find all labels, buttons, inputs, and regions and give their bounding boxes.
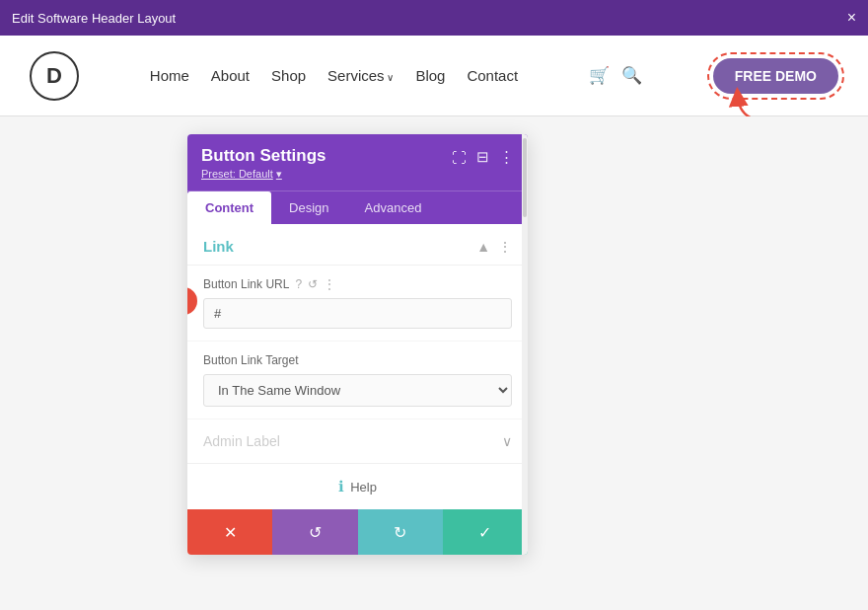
nav-item-services[interactable]: Services (327, 67, 394, 85)
target-label: Button Link Target (203, 353, 299, 367)
target-select[interactable]: In The Same Window In A New Tab (203, 374, 512, 407)
help-circle-icon: ℹ (338, 478, 344, 496)
admin-label-chevron[interactable]: ∨ (502, 433, 512, 449)
url-reset-icon[interactable]: ↺ (308, 277, 318, 291)
settings-panel: Button Settings Preset: Default ▾ ⛶ ⊟ ⋮ … (187, 134, 528, 555)
redo-button[interactable]: ↻ (358, 509, 443, 555)
panel-body: Link ▲ ⋮ 1 Button Link URL ? ↺ ⋮ (187, 224, 528, 509)
section-controls: ▲ ⋮ (476, 239, 512, 255)
link-section-header: Link ▲ ⋮ (187, 224, 528, 266)
panel-preset: Preset: Default ▾ (201, 168, 326, 181)
header-preview: D Home About Shop Services Blog Contact … (0, 36, 868, 116)
url-help-icon[interactable]: ? (295, 277, 302, 291)
nav-item-blog[interactable]: Blog (415, 67, 445, 85)
scroll-bar[interactable] (522, 134, 528, 555)
tab-advanced[interactable]: Advanced (347, 191, 440, 224)
panel-title-group: Button Settings Preset: Default ▾ (201, 146, 326, 181)
panel-header-icons: ⛶ ⊟ ⋮ (452, 148, 514, 166)
expand-icon[interactable]: ⛶ (452, 149, 467, 166)
nav-menu: Home About Shop Services Blog Contact (150, 67, 518, 85)
url-label-row: Button Link URL ? ↺ ⋮ (203, 277, 512, 291)
undo-button[interactable]: ↺ (272, 509, 357, 555)
logo: D (30, 51, 79, 101)
columns-icon[interactable]: ⊟ (476, 148, 489, 166)
target-field-group: Button Link Target In The Same Window In… (187, 342, 528, 419)
url-input[interactable] (203, 298, 512, 329)
collapse-icon[interactable]: ▲ (476, 239, 490, 255)
cart-icon[interactable]: 🛒 (589, 65, 610, 86)
tab-content[interactable]: Content (187, 191, 271, 224)
panel-footer: ✕ ↺ ↻ ✓ (187, 509, 528, 555)
panel-title: Button Settings (201, 146, 326, 166)
nav-item-contact[interactable]: Contact (467, 67, 518, 85)
panel-header: Button Settings Preset: Default ▾ ⛶ ⊟ ⋮ (187, 134, 528, 191)
close-button[interactable]: × (847, 10, 856, 26)
help-text[interactable]: Help (350, 480, 377, 495)
search-icon[interactable]: 🔍 (621, 65, 642, 86)
nav-icons: 🛒 🔍 (589, 65, 642, 86)
nav-item-about[interactable]: About (211, 67, 250, 85)
url-label: Button Link URL (203, 277, 289, 291)
nav-item-home[interactable]: Home (150, 67, 189, 85)
tab-design[interactable]: Design (271, 191, 346, 224)
url-field-group: 1 Button Link URL ? ↺ ⋮ (187, 266, 528, 342)
nav-item-shop[interactable]: Shop (271, 67, 306, 85)
more-icon[interactable]: ⋮ (499, 148, 514, 166)
cancel-button[interactable]: ✕ (187, 509, 272, 555)
scroll-thumb (523, 138, 527, 217)
url-more-icon[interactable]: ⋮ (324, 277, 335, 291)
main-content: Button Settings Preset: Default ▾ ⛶ ⊟ ⋮ … (0, 116, 868, 610)
top-bar: Edit Software Header Layout × (0, 0, 868, 36)
section-more-icon[interactable]: ⋮ (498, 239, 512, 255)
step-badge: 1 (187, 287, 197, 315)
top-bar-title: Edit Software Header Layout (12, 11, 176, 26)
help-row: ℹ Help (187, 464, 528, 509)
admin-label-section: Admin Label ∨ (187, 419, 528, 464)
target-label-row: Button Link Target (203, 353, 512, 367)
save-button[interactable]: ✓ (443, 509, 528, 555)
admin-label-title: Admin Label (203, 433, 280, 449)
panel-tabs: Content Design Advanced (187, 191, 528, 224)
link-section-title: Link (203, 238, 234, 255)
